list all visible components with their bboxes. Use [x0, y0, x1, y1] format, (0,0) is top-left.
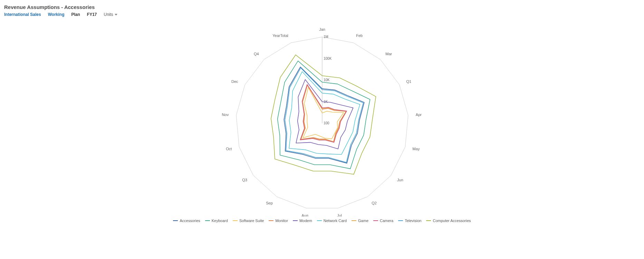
legend-item[interactable]: Television	[398, 219, 421, 223]
legend-item[interactable]: Network Card	[317, 219, 347, 223]
legend-label: Network Card	[324, 219, 347, 223]
radar-chart: 1001K10K100K1MJanFebMarQ1AprMayJunQ2JulA…	[132, 20, 512, 217]
legend-label: Camera	[380, 219, 393, 223]
svg-text:Sep: Sep	[266, 201, 273, 205]
page-title: Revenue Assumptions - Accessories	[0, 0, 644, 11]
filter-scenario[interactable]: Plan	[71, 12, 80, 17]
legend-item[interactable]: Computer Accessories	[426, 219, 471, 223]
svg-text:Jul: Jul	[337, 213, 342, 217]
chevron-down-icon	[115, 14, 117, 16]
svg-text:Q2: Q2	[372, 201, 377, 205]
svg-text:100K: 100K	[324, 57, 332, 60]
svg-text:Oct: Oct	[226, 147, 232, 151]
svg-text:Q4: Q4	[254, 52, 259, 56]
filter-bar: International Sales Working Plan FY17 Un…	[0, 11, 644, 20]
legend-swatch	[352, 220, 356, 221]
legend-label: Keyboard	[212, 219, 228, 223]
svg-text:Aug: Aug	[301, 213, 308, 217]
legend-swatch	[233, 220, 238, 221]
legend-item[interactable]: Modem	[293, 219, 312, 223]
legend-swatch	[373, 220, 378, 221]
svg-text:May: May	[412, 147, 420, 151]
svg-text:Mar: Mar	[385, 52, 392, 56]
svg-text:1M: 1M	[324, 35, 328, 39]
svg-text:Q3: Q3	[242, 178, 247, 182]
legend-item[interactable]: Accessories	[173, 219, 200, 223]
svg-text:10K: 10K	[324, 78, 330, 82]
legend-swatch	[293, 220, 298, 221]
svg-text:100: 100	[324, 121, 329, 125]
svg-text:Q1: Q1	[406, 79, 411, 84]
filter-year[interactable]: FY17	[87, 12, 97, 17]
legend-label: Monitor	[275, 219, 288, 223]
legend-swatch	[205, 220, 210, 221]
legend-swatch	[426, 220, 431, 221]
legend-item[interactable]: Software Suite	[233, 219, 264, 223]
filter-version[interactable]: Working	[48, 12, 65, 17]
svg-text:1K: 1K	[324, 100, 328, 104]
legend-item[interactable]: Keyboard	[205, 219, 228, 223]
legend-label: Modem	[299, 219, 312, 223]
legend-swatch	[269, 220, 273, 221]
filter-market[interactable]: International Sales	[4, 12, 41, 17]
legend-label: Game	[358, 219, 368, 223]
legend-label: Television	[405, 219, 421, 223]
svg-text:Dec: Dec	[231, 79, 238, 84]
filter-uom[interactable]: Units	[104, 12, 117, 17]
legend-label: Computer Accessories	[433, 219, 471, 223]
svg-text:Nov: Nov	[222, 113, 229, 117]
legend-item[interactable]: Monitor	[269, 219, 288, 223]
chart-legend: AccessoriesKeyboardSoftware SuiteMonitor…	[0, 217, 644, 226]
legend-swatch	[398, 220, 403, 221]
filter-uom-label: Units	[104, 12, 113, 17]
legend-swatch	[173, 220, 178, 221]
legend-label: Software Suite	[239, 219, 264, 223]
svg-text:Jan: Jan	[319, 27, 325, 31]
legend-swatch	[317, 220, 322, 221]
legend-item[interactable]: Game	[352, 219, 368, 223]
legend-item[interactable]: Camera	[373, 219, 393, 223]
svg-text:Apr: Apr	[415, 113, 421, 117]
svg-text:Feb: Feb	[356, 33, 363, 38]
svg-text:Jun: Jun	[397, 178, 403, 182]
svg-text:YearTotal: YearTotal	[272, 33, 288, 38]
legend-label: Accessories	[180, 219, 200, 223]
